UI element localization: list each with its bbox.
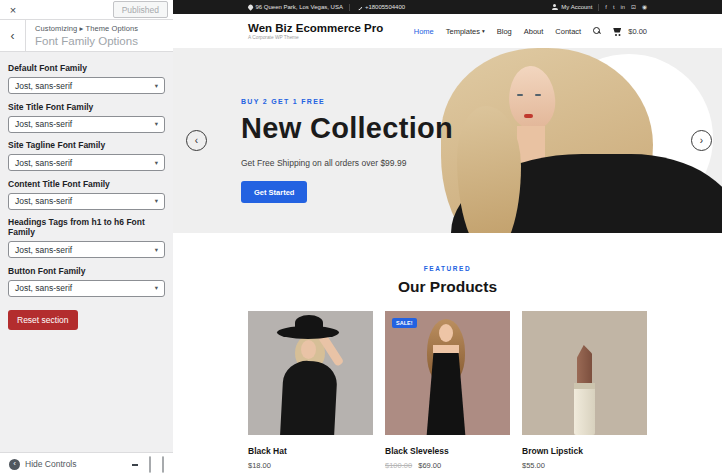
tagline-font-select[interactable]: Jost, sans-serif ▾	[8, 154, 165, 171]
hero-subtitle: Get Free Shipping on all orders over $99…	[241, 158, 453, 168]
product-name[interactable]: Brown Lipstick	[522, 446, 647, 456]
site-preview: 96 Queen Park, Los Vegas, USA +180055044…	[173, 0, 722, 475]
divider	[349, 4, 350, 11]
default-font-select[interactable]: Jost, sans-serif ▾	[8, 77, 165, 94]
nav-templates[interactable]: Templates ▾	[446, 27, 485, 36]
headings-font-select[interactable]: Jost, sans-serif ▾	[8, 241, 165, 258]
product-card-black-hat[interactable]: Black Hat $18.00	[248, 311, 373, 470]
instagram-icon[interactable]: ⊡	[631, 4, 636, 10]
close-customizer-button[interactable]: ×	[0, 0, 26, 19]
phone-icon	[355, 3, 363, 11]
select-value: Jost, sans-serif	[15, 283, 72, 293]
sale-badge: SALE!	[392, 318, 417, 328]
select-value: Jost, sans-serif	[15, 245, 72, 255]
hero-content: BUY 2 GET 1 FREE New Collection Get Free…	[241, 98, 453, 203]
site-topbar: 96 Queen Park, Los Vegas, USA +180055044…	[173, 0, 722, 14]
published-button[interactable]: Published	[113, 1, 168, 18]
product-sale-price: $69.00	[418, 461, 441, 470]
customizer-footer: ‹ Hide Controls	[0, 452, 173, 475]
select-value: Jost, sans-serif	[15, 158, 72, 168]
control-label: Site Title Font Family	[8, 102, 165, 112]
device-desktop-button[interactable]	[132, 463, 138, 466]
my-account-link[interactable]: My Account	[551, 4, 592, 10]
products-eyebrow: FEATURED	[173, 265, 722, 272]
product-old-price: $100.00	[385, 461, 412, 470]
cart-icon[interactable]	[613, 27, 622, 35]
nav-blog[interactable]: Blog	[497, 27, 512, 36]
hero-eyebrow: BUY 2 GET 1 FREE	[241, 98, 453, 105]
products-grid: Black Hat $18.00 SALE! Black Sleveless $…	[248, 311, 647, 470]
carousel-prev-button[interactable]: ‹	[186, 130, 207, 151]
content-title-font-select[interactable]: Jost, sans-serif ▾	[8, 193, 165, 210]
product-price: $18.00	[248, 461, 373, 470]
site-branding[interactable]: Wen Biz Ecommerce Pro A Corporate WP The…	[248, 22, 383, 41]
select-value: Jost, sans-serif	[15, 81, 72, 91]
phone-number[interactable]: +18005504400	[356, 4, 405, 10]
chevron-down-icon: ▾	[155, 197, 158, 205]
reset-section-button[interactable]: Reset section	[8, 310, 78, 330]
desktop-icon	[132, 464, 138, 466]
customizer-topbar: × Published	[0, 0, 173, 20]
pinterest-icon[interactable]: ◉	[642, 4, 647, 10]
products-title: Our Products	[173, 278, 722, 296]
facebook-icon[interactable]: f	[605, 4, 607, 10]
nav-contact[interactable]: Contact	[555, 27, 581, 36]
nav-about[interactable]: About	[524, 27, 544, 36]
chevron-down-icon: ▾	[155, 120, 158, 128]
linkedin-icon[interactable]: in	[621, 4, 626, 10]
control-content-title-font: Content Title Font Family Jost, sans-ser…	[8, 179, 165, 210]
device-tablet-button[interactable]	[149, 457, 151, 472]
section-header: ‹ Customizing ▸ Theme Options Font Famil…	[0, 20, 173, 52]
search-icon[interactable]	[593, 27, 601, 35]
select-value: Jost, sans-serif	[15, 196, 72, 206]
product-price: $100.00 $69.00	[385, 461, 510, 470]
social-links: f t in ⊡ ◉	[605, 4, 647, 10]
customizer-screen: × Published ‹ Customizing ▸ Theme Option…	[0, 0, 722, 475]
control-button-font: Button Font Family Jost, sans-serif ▾	[8, 266, 165, 297]
control-tagline-font: Site Tagline Font Family Jost, sans-seri…	[8, 140, 165, 171]
control-headings-font: Headings Tags from h1 to h6 Font Family …	[8, 217, 165, 258]
control-label: Default Font Family	[8, 63, 165, 73]
back-button[interactable]: ‹	[0, 20, 26, 51]
control-label: Site Tagline Font Family	[8, 140, 165, 150]
hide-controls-button[interactable]: ‹ Hide Controls	[9, 459, 77, 470]
panel-title: Font Family Options	[35, 35, 138, 47]
cart-total[interactable]: $0.00	[628, 27, 647, 36]
control-label: Content Title Font Family	[8, 179, 165, 189]
carousel-next-button[interactable]: ›	[691, 130, 712, 151]
products-section: FEATURED Our Products Black Hat $18.00	[173, 233, 722, 470]
customizer-sidebar: × Published ‹ Customizing ▸ Theme Option…	[0, 0, 173, 475]
product-card-brown-lipstick[interactable]: Brown Lipstick $55.00	[522, 311, 647, 470]
chevron-down-icon: ▾	[155, 82, 158, 90]
person-icon	[551, 4, 558, 10]
main-navigation: Home Templates ▾ Blog About Contact $0.0…	[414, 27, 647, 36]
get-started-button[interactable]: Get Started	[241, 181, 307, 203]
product-name[interactable]: Black Sleveless	[385, 446, 510, 456]
button-font-select[interactable]: Jost, sans-serif ▾	[8, 280, 165, 297]
section-header-text: Customizing ▸ Theme Options Font Family …	[26, 20, 147, 51]
product-card-black-sleveless[interactable]: SALE! Black Sleveless $100.00 $69.00	[385, 311, 510, 470]
product-image: SALE!	[385, 311, 510, 435]
control-label: Headings Tags from h1 to h6 Font Family	[8, 217, 165, 237]
nav-home[interactable]: Home	[414, 27, 434, 36]
device-preview-switcher	[132, 457, 164, 472]
control-default-font: Default Font Family Jost, sans-serif ▾	[8, 63, 165, 94]
hero-title: New Collection	[241, 112, 453, 145]
product-image	[522, 311, 647, 435]
controls-panel: Default Font Family Jost, sans-serif ▾ S…	[0, 52, 173, 330]
control-site-title-font: Site Title Font Family Jost, sans-serif …	[8, 102, 165, 133]
site-title-font-select[interactable]: Jost, sans-serif ▾	[8, 116, 165, 133]
site-header: Wen Biz Ecommerce Pro A Corporate WP The…	[173, 14, 722, 48]
product-name[interactable]: Black Hat	[248, 446, 373, 456]
site-tagline: A Corporate WP Theme	[248, 35, 383, 40]
product-price: $55.00	[522, 461, 647, 470]
twitter-icon[interactable]: t	[613, 4, 615, 10]
location-pin-icon	[247, 4, 253, 10]
product-image	[248, 311, 373, 435]
divider	[598, 4, 599, 11]
hero-banner: BUY 2 GET 1 FREE New Collection Get Free…	[173, 48, 722, 233]
site-title: Wen Biz Ecommerce Pro	[248, 22, 383, 34]
device-mobile-button[interactable]	[162, 457, 164, 472]
chevron-down-icon: ▾	[155, 284, 158, 292]
address: 96 Queen Park, Los Vegas, USA	[248, 4, 343, 10]
